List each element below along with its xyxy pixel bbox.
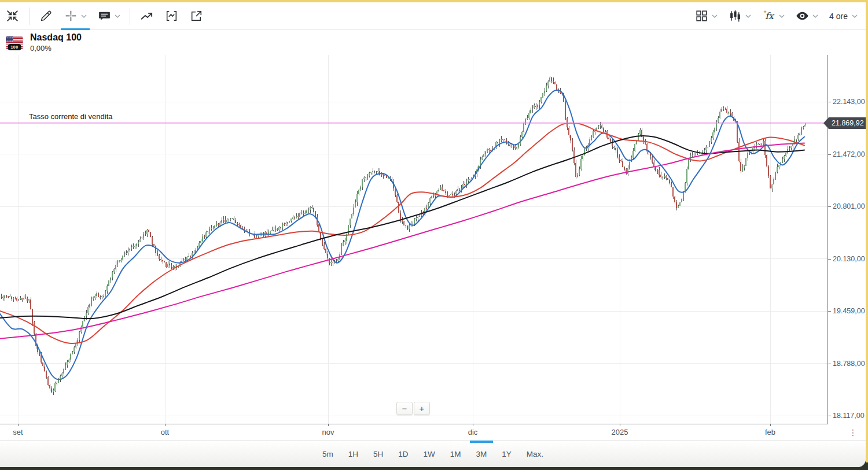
export-share-icon xyxy=(189,9,204,23)
price-tick xyxy=(828,364,831,364)
collapse-tool-button[interactable] xyxy=(0,2,25,30)
price-tick xyxy=(828,416,831,416)
chevron-down-icon xyxy=(745,14,751,18)
indicators-fx-icon: fx+ xyxy=(762,9,776,23)
zoom-out-button[interactable]: − xyxy=(396,402,413,415)
svg-text:+: + xyxy=(763,9,766,15)
timeframe-button-3m[interactable]: 3M xyxy=(469,441,495,467)
ma-slow-black xyxy=(0,136,804,319)
price-tick-label: 20.130,00 xyxy=(833,255,865,263)
crosshair-icon xyxy=(64,9,78,23)
price-tick xyxy=(828,259,831,260)
draw-pencil-icon xyxy=(39,9,53,23)
app-window: fx+4 ore 100 Nasdaq 100 0,00% Tasso corr… xyxy=(0,0,868,470)
screenshare-border-right xyxy=(866,0,868,462)
trendline-tool-button[interactable] xyxy=(134,2,159,30)
interval-selector[interactable]: 4 ore xyxy=(823,2,866,30)
layout-grid-icon xyxy=(694,9,709,23)
chart-settings-group: fx+4 ore xyxy=(689,2,866,30)
price-tick-label: 21.472,00 xyxy=(833,150,865,158)
time-tick xyxy=(328,424,329,426)
chevron-down-icon xyxy=(779,14,785,18)
drawing-tools-group xyxy=(0,2,209,30)
chevron-down-icon xyxy=(852,14,858,18)
time-tick-label: feb xyxy=(765,428,775,436)
crosshair-tool-button[interactable] xyxy=(58,2,92,30)
timeframe-button-1m[interactable]: 1M xyxy=(443,441,469,467)
price-tick-label: 18.788,00 xyxy=(833,360,865,368)
us-flag-icon: 100 xyxy=(6,36,23,49)
time-tick-label: nov xyxy=(322,428,334,436)
price-tick-label: 20.801,00 xyxy=(833,202,865,210)
ma-medium-red xyxy=(0,123,804,343)
zoom-controls: − + xyxy=(396,402,430,415)
svg-text:fx: fx xyxy=(765,11,775,21)
time-tick-label: 2025 xyxy=(612,428,628,436)
chart-type-candles-icon xyxy=(728,9,742,23)
time-tick xyxy=(620,424,620,426)
timeframe-button-5h[interactable]: 5H xyxy=(366,441,391,467)
interval-label: 4 ore xyxy=(829,12,848,21)
time-tick xyxy=(770,424,771,426)
candles xyxy=(1,76,806,395)
gridlines xyxy=(0,55,827,424)
symbol-change-percent: 0,00% xyxy=(30,44,82,53)
layout-grid-tool-button[interactable] xyxy=(689,2,723,30)
toolbar-divider xyxy=(130,8,130,25)
current-price-badge: 21.869,92 xyxy=(823,117,866,129)
chevron-down-icon xyxy=(712,14,718,18)
time-tick xyxy=(165,424,165,426)
trading-chart-window: fx+4 ore 100 Nasdaq 100 0,00% Tasso corr… xyxy=(0,2,866,467)
timeframe-bar: 5m1H5H1D1W1M3M1YMax. xyxy=(0,441,866,467)
timeframe-button-max[interactable]: Max. xyxy=(519,441,551,467)
chevron-down-icon xyxy=(81,14,87,18)
callout-annotation-tool-button[interactable] xyxy=(92,2,126,30)
trendline-icon xyxy=(139,9,154,23)
chart-canvas[interactable]: Tasso corrente di vendita − + xyxy=(0,55,827,424)
symbol-header: 100 Nasdaq 100 0,00% xyxy=(0,30,866,55)
candlestick-chart[interactable] xyxy=(0,55,827,424)
chevron-down-icon xyxy=(812,14,818,18)
price-tick xyxy=(828,206,831,207)
draw-pencil-tool-button[interactable] xyxy=(34,2,58,30)
price-axis[interactable]: 22.143,0021.472,0020.801,0020.130,0019.4… xyxy=(827,55,866,424)
price-tick xyxy=(828,311,831,312)
time-tick xyxy=(473,424,473,426)
toolbar-divider xyxy=(29,8,30,25)
time-axis[interactable]: ⋮ setottnovdic2025feb xyxy=(0,424,866,441)
axis-more-menu-icon[interactable]: ⋮ xyxy=(846,425,860,439)
timeframe-button-1h[interactable]: 1H xyxy=(341,441,366,467)
visibility-eye-icon xyxy=(795,9,810,23)
price-tick-label: 19.459,00 xyxy=(833,307,865,315)
indicators-fx-tool-button[interactable]: fx+ xyxy=(756,2,790,30)
time-tick xyxy=(18,424,19,426)
timeframe-button-1d[interactable]: 1D xyxy=(391,441,415,467)
timeframe-button-1y[interactable]: 1Y xyxy=(494,441,519,467)
pattern-wave-tool-button[interactable] xyxy=(159,2,184,30)
price-tick-label: 18.117,00 xyxy=(833,412,865,420)
screenshare-border-top xyxy=(0,0,868,2)
price-tick xyxy=(828,102,831,102)
chart-type-candles-tool-button[interactable] xyxy=(723,2,756,30)
pattern-wave-icon xyxy=(164,9,179,23)
export-share-tool-button[interactable] xyxy=(184,2,209,30)
timeframe-button-5m[interactable]: 5m xyxy=(315,441,341,467)
chevron-down-icon xyxy=(115,14,120,18)
timeframe-button-1w[interactable]: 1W xyxy=(416,441,443,467)
symbol-title: Nasdaq 100 xyxy=(30,32,82,43)
zoom-in-button[interactable]: + xyxy=(414,402,430,415)
visibility-eye-tool-button[interactable] xyxy=(790,2,823,30)
time-tick-label: dic xyxy=(468,428,478,436)
top-toolbar: fx+4 ore xyxy=(0,2,866,30)
price-tick-label: 22.143,00 xyxy=(833,98,865,106)
flag-badge-100: 100 xyxy=(8,44,21,50)
time-tick-label: set xyxy=(13,428,23,436)
callout-annotation-icon xyxy=(97,9,112,23)
ma-long-magenta xyxy=(0,143,804,339)
price-tick xyxy=(828,154,831,155)
ma-fast-blue xyxy=(0,90,804,380)
collapse-icon xyxy=(5,9,20,23)
time-tick-label: ott xyxy=(161,428,169,436)
